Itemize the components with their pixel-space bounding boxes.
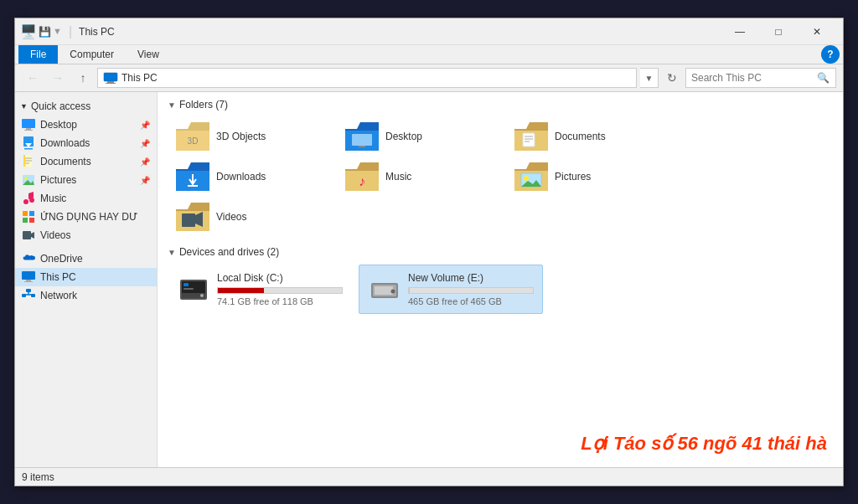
sidebar: ▼ Quick access Desktop 📌 Downloads 📌	[15, 92, 158, 467]
svg-rect-53	[183, 283, 189, 286]
quick-access-toolbar: 💾 ▼	[39, 26, 62, 38]
sidebar-item-desktop[interactable]: Desktop 📌	[15, 116, 157, 134]
svg-rect-2	[106, 83, 116, 84]
music-icon	[22, 192, 35, 205]
pictures-folder-icon	[514, 162, 548, 191]
address-dropdown-btn[interactable]: ▼	[640, 68, 659, 88]
address-path-text: This PC	[121, 72, 158, 84]
drive-c-name: Local Disk (C:)	[217, 272, 343, 284]
folders-chevron-icon: ▼	[168, 100, 176, 110]
tab-computer[interactable]: Computer	[58, 45, 126, 64]
sidebar-thispc-label: This PC	[40, 271, 150, 283]
folder-item-documents[interactable]: Documents	[506, 117, 674, 156]
svg-text:♪: ♪	[359, 174, 365, 188]
folder-item-desktop[interactable]: Desktop	[337, 117, 504, 156]
folder-name-music: Music	[385, 171, 411, 183]
svg-rect-39	[523, 133, 535, 147]
folder-name-desktop: Desktop	[385, 131, 422, 142]
folder-name-pictures: Pictures	[555, 171, 591, 183]
tab-file[interactable]: File	[18, 45, 58, 64]
sidebar-apps-label: ỨNG DỤNG HAY DƯ	[40, 211, 150, 223]
drives-chevron-icon: ▼	[168, 248, 176, 257]
sidebar-item-pictures[interactable]: Pictures 📌	[15, 171, 157, 189]
window-wrapper: 🖥️ 💾 ▼ | This PC — □ ✕ File Computer Vie…	[14, 18, 844, 486]
sidebar-item-downloads[interactable]: Downloads 📌	[15, 134, 157, 152]
folders-section-label: Folders (7)	[179, 99, 228, 111]
status-bar: 9 items	[15, 467, 843, 486]
quick-access-header[interactable]: ▼ Quick access	[15, 97, 157, 116]
maximize-button[interactable]: □	[759, 18, 798, 45]
videos-sidebar-icon	[22, 229, 35, 242]
sidebar-item-documents[interactable]: Documents 📌	[15, 152, 157, 171]
close-button[interactable]: ✕	[798, 18, 836, 45]
drives-grid: Local Disk (C:) 74.1 GB free of 118 GB	[168, 265, 833, 314]
refresh-button[interactable]: ↻	[662, 68, 682, 88]
search-box: 🔍	[685, 68, 836, 88]
search-icon: 🔍	[817, 72, 830, 84]
svg-rect-58	[375, 286, 393, 295]
svg-point-46	[524, 176, 529, 181]
svg-point-59	[391, 289, 395, 293]
drive-item-c[interactable]: Local Disk (C:) 74.1 GB free of 118 GB	[168, 265, 352, 314]
videos-folder-icon	[176, 203, 209, 231]
help-button[interactable]: ?	[821, 45, 840, 64]
back-button[interactable]: ←	[22, 68, 44, 88]
downloads-folder-icon	[176, 162, 209, 191]
sidebar-item-music[interactable]: Music	[15, 189, 157, 208]
3dobjects-icon: 3D	[176, 122, 209, 151]
drive-c-bar-container	[217, 287, 343, 294]
sidebar-item-thispc[interactable]: This PC	[15, 268, 157, 286]
thispc-icon	[103, 70, 118, 85]
pin-icon: 📌	[140, 121, 150, 130]
svg-rect-21	[23, 218, 28, 223]
drive-e-info: New Volume (E:) 465 GB free of 465 GB	[408, 272, 534, 306]
quick-access-label: Quick access	[31, 100, 90, 112]
title-bar: 🖥️ 💾 ▼ | This PC — □ ✕	[15, 18, 843, 45]
svg-rect-20	[29, 211, 34, 216]
sidebar-downloads-label: Downloads	[40, 137, 135, 149]
folder-item-videos[interactable]: Videos	[168, 198, 335, 236]
drives-section-header[interactable]: ▼ Devices and drives (2)	[168, 246, 833, 258]
drive-item-e[interactable]: New Volume (E:) 465 GB free of 465 GB	[359, 265, 543, 314]
desktop-icon	[22, 118, 35, 131]
downloads-icon	[22, 136, 35, 150]
minimize-button[interactable]: —	[721, 18, 759, 45]
pin-icon-dl: 📌	[140, 139, 150, 148]
sidebar-item-videos[interactable]: Videos	[15, 226, 157, 244]
folder-item-music[interactable]: ♪ Music	[337, 157, 504, 196]
tab-view[interactable]: View	[126, 45, 171, 64]
search-input[interactable]	[691, 72, 817, 84]
sidebar-music-label: Music	[40, 193, 150, 204]
folders-section-header[interactable]: ▼ Folders (7)	[168, 99, 833, 111]
drive-c-free: 74.1 GB free of 118 GB	[217, 296, 343, 306]
sidebar-item-onedrive[interactable]: OneDrive	[15, 249, 157, 268]
folder-item-3dobjects[interactable]: 3D 3D Objects	[168, 117, 335, 156]
folder-item-pictures[interactable]: Pictures	[506, 157, 674, 196]
forward-button[interactable]: →	[47, 68, 69, 88]
pin-icon-docs: 📌	[140, 157, 150, 167]
svg-rect-37	[352, 134, 372, 146]
folder-item-downloads[interactable]: Downloads	[168, 157, 335, 196]
drive-c-icon	[177, 273, 210, 306]
svg-rect-26	[26, 280, 31, 281]
quick-save-btn[interactable]: 💾	[39, 26, 51, 38]
sidebar-network-label: Network	[40, 290, 150, 301]
up-button[interactable]: ↑	[72, 68, 94, 88]
ribbon: File Computer View ?	[15, 45, 843, 64]
sidebar-item-apps[interactable]: ỨNG DỤNG HAY DƯ	[15, 208, 157, 226]
items-count: 9 items	[22, 471, 54, 483]
sidebar-videos-label: Videos	[40, 229, 150, 241]
quick-undo-btn[interactable]: ▼	[53, 26, 62, 38]
sidebar-pictures-label: Pictures	[40, 174, 135, 186]
onedrive-icon	[22, 252, 35, 265]
svg-rect-22	[29, 218, 34, 223]
folder-name-downloads: Downloads	[216, 171, 266, 183]
svg-rect-19	[23, 211, 28, 216]
svg-text:3D: 3D	[188, 136, 199, 146]
thispc-sidebar-icon	[22, 270, 35, 284]
drive-e-icon	[368, 273, 401, 306]
sidebar-onedrive-label: OneDrive	[40, 253, 150, 265]
sidebar-item-network[interactable]: Network	[15, 286, 157, 305]
window-controls: — □ ✕	[721, 18, 836, 45]
address-path-box[interactable]: This PC	[97, 68, 637, 88]
